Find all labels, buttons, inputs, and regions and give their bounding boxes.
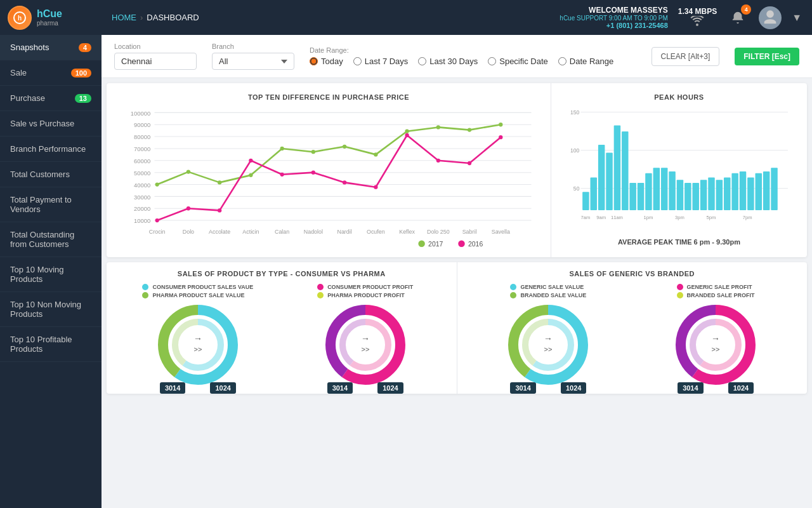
svg-text:10000: 10000 xyxy=(134,217,150,224)
wifi-icon xyxy=(690,16,705,26)
radio-daterange[interactable]: Date Range xyxy=(558,57,613,66)
svg-rect-85 xyxy=(716,180,723,210)
svg-rect-78 xyxy=(661,168,667,210)
svg-text:Acticin: Acticin xyxy=(242,229,259,235)
donut-generic-profit: GENERIC SALE PROFIT BRANDED SALE PROFIT xyxy=(634,284,797,386)
sidebar-item-outstanding-customers-label: Total Outstanding from Customers xyxy=(10,230,91,249)
radio-today[interactable]: Today xyxy=(310,57,343,66)
radio-last7[interactable]: Last 7 Days xyxy=(353,57,409,66)
svg-point-36 xyxy=(218,208,221,212)
topbar-right: WELCOME MASSEYS hCue SUPPORT 9:00 AM TO … xyxy=(560,6,802,29)
donut1-svg-wrapper: → >> 3014 1024 xyxy=(157,304,239,386)
sidebar: Snapshots 4 Sale 100 Purchase 13 Sale vs… xyxy=(0,35,102,508)
logo-area: h hCue pharma xyxy=(0,6,102,30)
radio-today-input[interactable] xyxy=(310,57,318,65)
donut1-label-right: 1024 xyxy=(210,382,235,394)
svg-text:20000: 20000 xyxy=(134,205,150,212)
generic-branded-section: SALES OF GENERIC VS BRANDED GENERIC SALE… xyxy=(457,262,808,394)
support-label: hCue SUPPORT 9:00 AM TO 9:00 PM xyxy=(560,15,667,22)
donut4-svg: → >> xyxy=(674,304,757,386)
svg-text:Savella: Savella xyxy=(492,229,510,235)
legend-branded-profit: BRANDED SALE PROFIT xyxy=(677,292,755,298)
date-range-label: Date Range: xyxy=(310,46,613,54)
sidebar-item-branch-performance[interactable]: Branch Performance xyxy=(0,137,102,162)
sidebar-item-top10-profitable-label: Top 10 Profitable Products xyxy=(10,335,91,354)
svg-text:7am: 7am xyxy=(580,215,590,220)
sidebar-item-sale-vs-purchase[interactable]: Sale vs Purchase xyxy=(0,111,102,137)
donut3-svg: → >> xyxy=(507,304,589,386)
notification-badge: 4 xyxy=(741,4,751,15)
svg-rect-87 xyxy=(731,173,738,210)
svg-rect-73 xyxy=(622,131,628,210)
sidebar-item-snapshots[interactable]: Snapshots 4 xyxy=(0,35,102,60)
sidebar-item-top10-moving[interactable]: Top 10 Moving Products xyxy=(0,257,102,292)
sidebar-item-top10-profitable[interactable]: Top 10 Profitable Products xyxy=(0,327,102,362)
svg-text:9am: 9am xyxy=(596,215,606,220)
svg-text:>>: >> xyxy=(712,345,720,353)
svg-point-43 xyxy=(436,159,440,163)
svg-text:Ocufen: Ocufen xyxy=(367,229,385,235)
sidebar-item-outstanding-customers[interactable]: Total Outstanding from Customers xyxy=(0,222,102,257)
svg-rect-88 xyxy=(740,171,746,210)
svg-rect-91 xyxy=(763,171,769,210)
svg-text:>>: >> xyxy=(361,345,369,353)
legend-pharma-profit: PHARMA PRODUCT PROFIT xyxy=(317,292,413,298)
svg-point-37 xyxy=(249,159,252,163)
radio-specific[interactable]: Specific Date xyxy=(488,57,548,66)
sidebar-item-top10-nonmoving[interactable]: Top 10 Non Moving Products xyxy=(0,292,102,327)
svg-point-23 xyxy=(187,170,190,173)
sidebar-item-total-customers-label: Total Customers xyxy=(10,170,70,179)
notification-bell[interactable]: 4 xyxy=(727,7,749,29)
peak-hours-title: PEAK HOURS xyxy=(561,93,797,101)
svg-rect-82 xyxy=(692,183,698,210)
legend-pharma-sales: PHARMA PRODUCT SALE VALUE xyxy=(142,292,253,298)
filter-button[interactable]: FILTER [Esc] xyxy=(735,48,799,65)
logo-text: hCue pharma xyxy=(37,8,62,27)
svg-point-26 xyxy=(280,147,284,150)
filter-bar: Location Branch All Date Range: Today La… xyxy=(102,35,812,78)
avatar-dropdown-icon[interactable]: ▼ xyxy=(792,12,802,23)
legend-branded-sales: BRANDED SALE VALUE xyxy=(510,292,586,298)
radio-last30-input[interactable] xyxy=(418,57,426,65)
svg-text:60000: 60000 xyxy=(134,157,150,164)
svg-text:Keflex: Keflex xyxy=(399,229,415,235)
radio-daterange-input[interactable] xyxy=(558,57,566,65)
svg-point-42 xyxy=(405,133,409,137)
svg-rect-71 xyxy=(606,152,612,210)
svg-point-24 xyxy=(218,180,221,184)
sidebar-item-purchase[interactable]: Purchase 13 xyxy=(0,86,102,111)
sidebar-item-sale[interactable]: Sale 100 xyxy=(0,60,102,86)
branch-label: Branch xyxy=(212,43,294,50)
svg-rect-72 xyxy=(614,126,620,210)
user-avatar[interactable] xyxy=(759,6,782,29)
branch-select[interactable]: All xyxy=(212,53,294,70)
svg-text:→: → xyxy=(361,333,370,344)
sidebar-item-snapshots-label: Snapshots xyxy=(10,43,49,52)
svg-text:Dolo 250: Dolo 250 xyxy=(427,229,450,235)
content-area: Location Branch All Date Range: Today La… xyxy=(102,35,812,508)
legend-generic-profit-dot xyxy=(677,284,683,290)
speed-info: 1.34 MBPS xyxy=(678,7,717,29)
breadcrumb: HOME › DASHBOARD xyxy=(102,13,560,22)
breadcrumb-home[interactable]: HOME xyxy=(112,13,136,22)
radio-last7-input[interactable] xyxy=(353,57,362,65)
sidebar-item-total-customers[interactable]: Total Customers xyxy=(0,162,102,187)
svg-point-31 xyxy=(436,125,440,129)
svg-rect-89 xyxy=(747,177,754,210)
donut3-label-right: 1024 xyxy=(561,382,586,394)
clear-button[interactable]: CLEAR [Alt+3] xyxy=(652,47,720,66)
radio-last30[interactable]: Last 30 Days xyxy=(418,57,478,66)
donut2-label-left: 3014 xyxy=(327,382,353,394)
svg-text:h: h xyxy=(18,15,22,22)
location-input[interactable] xyxy=(114,53,197,70)
generic-branded-title: SALES OF GENERIC VS BRANDED xyxy=(468,270,797,277)
speed-value: 1.34 MBPS xyxy=(678,7,717,16)
svg-text:>>: >> xyxy=(544,345,553,353)
sidebar-item-payment-vendors[interactable]: Total Payment to Vendors xyxy=(0,187,102,222)
generic-branded-charts: GENERIC SALE VALUE BRANDED SALE VALUE xyxy=(468,284,797,386)
radio-specific-input[interactable] xyxy=(488,57,496,65)
line-chart-box: TOP TEN DIFFERENCE IN PURCHASE PRICE 100… xyxy=(107,83,551,257)
top-charts-row: TOP TEN DIFFERENCE IN PURCHASE PRICE 100… xyxy=(107,83,807,257)
svg-point-58 xyxy=(418,241,424,247)
svg-text:5pm: 5pm xyxy=(707,215,716,220)
